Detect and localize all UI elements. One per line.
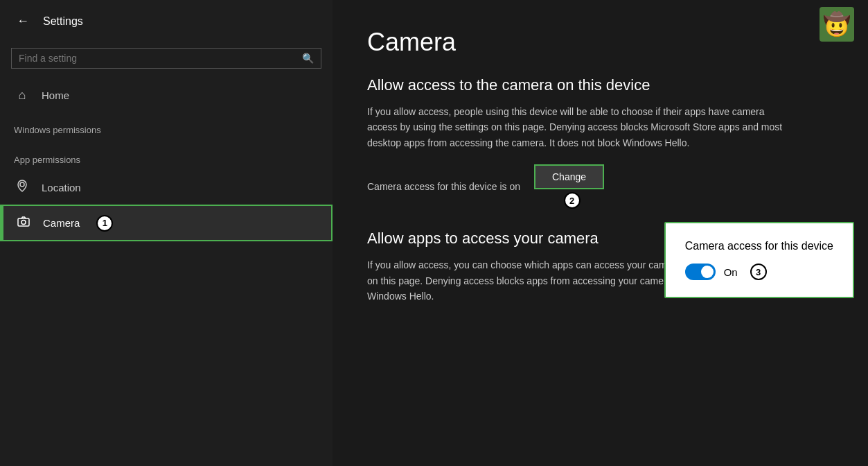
svg-rect-1 <box>18 218 29 226</box>
avatar-emoji: 🤠 <box>823 11 851 37</box>
toggle-row: On 3 <box>685 264 833 280</box>
sidebar-title: Settings <box>43 15 83 28</box>
sidebar-item-camera-label: Camera <box>43 217 80 229</box>
change-btn-wrapper: Change 2 <box>534 164 604 209</box>
annotation-3: 3 <box>750 264 767 280</box>
annotation-1: 1 <box>96 215 113 232</box>
camera-item-wrapper: Camera 1 <box>0 205 333 241</box>
sidebar-item-home-label: Home <box>42 89 69 101</box>
page-title: Camera <box>367 28 833 57</box>
svg-point-0 <box>20 182 24 187</box>
annotation-2: 2 <box>564 192 581 209</box>
avatar-image: 🤠 <box>820 7 854 42</box>
toggle-track[interactable] <box>685 264 716 280</box>
svg-point-2 <box>21 221 26 225</box>
section1-description: If you allow access, people using this d… <box>367 104 783 150</box>
location-icon <box>14 179 30 196</box>
search-box[interactable]: 🔍 <box>11 48 321 69</box>
device-access-row: Camera access for this device is on Chan… <box>367 164 833 209</box>
change-button[interactable]: Change <box>534 164 604 189</box>
search-icon: 🔍 <box>302 53 314 64</box>
sidebar-header: ← Settings <box>0 0 333 42</box>
sidebar-item-location-label: Location <box>42 182 81 193</box>
search-input[interactable] <box>19 53 296 64</box>
toggle-thumb <box>701 266 714 278</box>
sidebar-item-camera[interactable]: Camera 1 <box>1 206 331 240</box>
sidebar-item-home[interactable]: ⌂ Home <box>0 80 333 111</box>
camera-icon <box>15 214 32 232</box>
sidebar-item-location[interactable]: Location <box>0 171 333 205</box>
home-icon: ⌂ <box>14 88 30 103</box>
back-button[interactable]: ← <box>14 11 32 31</box>
sidebar: ← Settings 🔍 ⌂ Home Windows permissions … <box>0 0 333 466</box>
popup-card: Camera access for this device On 3 <box>664 222 854 298</box>
windows-permissions-section-label: Windows permissions <box>0 111 333 141</box>
section1-heading: Allow access to the camera on this devic… <box>367 76 833 94</box>
toggle-label: On <box>724 266 738 278</box>
device-status-text: Camera access for this device is on <box>367 181 520 192</box>
popup-card-title: Camera access for this device <box>685 240 833 252</box>
main-content: 🤠 Camera Allow access to the camera on t… <box>333 0 868 466</box>
avatar: 🤠 <box>820 7 854 42</box>
toggle-switch[interactable] <box>685 264 716 280</box>
app-permissions-section-label: App permissions <box>0 141 333 171</box>
